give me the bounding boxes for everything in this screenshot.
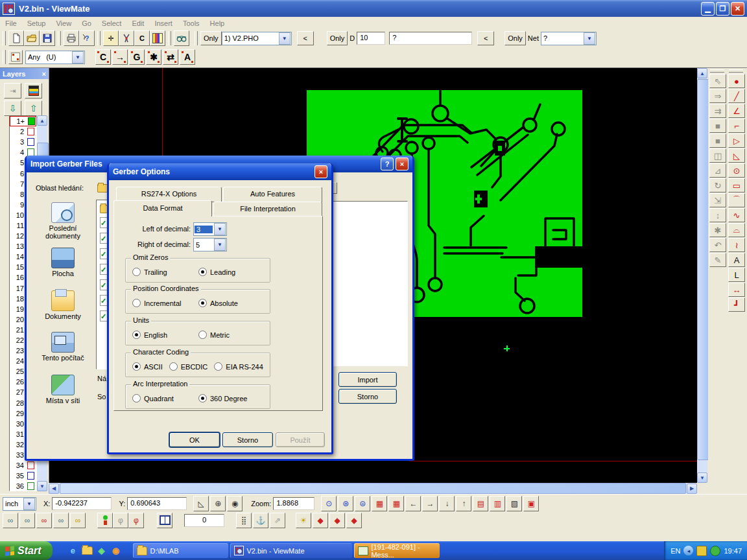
film-colors-button[interactable] — [150, 30, 165, 46]
close-icon[interactable]: × — [396, 158, 409, 170]
ie-icon[interactable]: e — [67, 545, 78, 557]
any-filter-combo[interactable]: Any (U) ▼ — [25, 51, 85, 64]
toolbar-grip[interactable] — [3, 50, 6, 64]
toolbar-grip[interactable] — [195, 31, 198, 45]
layer-row[interactable]: 34 — [10, 460, 36, 471]
firefox-icon[interactable]: ◉ — [110, 545, 121, 557]
scroll-right-icon[interactable]: ▶ — [687, 484, 697, 494]
chord-tool[interactable]: ⌓ — [728, 223, 745, 237]
line-tool[interactable]: ╱ — [728, 89, 745, 103]
toolbar-grip[interactable] — [97, 31, 101, 45]
chevron-down-icon[interactable]: ▼ — [584, 32, 595, 45]
highlight-star-button[interactable]: ✱ — [146, 49, 161, 65]
highlight-arrow-button[interactable]: → — [112, 49, 128, 65]
crosshair-locate-button[interactable]: ✛ — [103, 30, 119, 46]
tab-data-format[interactable]: Data Format — [113, 200, 212, 216]
triangle-tool[interactable]: ◺ — [728, 148, 745, 163]
pad-tool[interactable]: ● — [728, 74, 745, 88]
select-region-button[interactable]: ▣ — [523, 496, 539, 511]
zoom-value-field[interactable]: 1.8868 — [273, 497, 314, 510]
cancel-button[interactable]: Storno — [222, 432, 273, 447]
origin-target-icon[interactable]: ⊕ — [210, 496, 226, 511]
gerber-options-titlebar[interactable]: Gerber Options × — [109, 163, 331, 180]
units-combo[interactable]: inch ▼ — [3, 497, 36, 511]
incremental-radio[interactable] — [132, 299, 141, 307]
language-indicator[interactable]: EN — [670, 547, 680, 555]
lamp-on-icon[interactable]: φ — [128, 513, 144, 528]
select-tool[interactable]: ⇖ — [709, 74, 726, 88]
scroll-down-icon[interactable]: ▼ — [697, 472, 707, 483]
tab-file-interpretation[interactable]: File Interpretation — [213, 202, 322, 216]
close-icon[interactable]: × — [314, 165, 327, 178]
layer-combo[interactable]: 1) V2.PHO ▼ — [222, 32, 292, 45]
highlight-component-button[interactable]: C — [95, 49, 111, 65]
left-of-decimal-combo[interactable]: 3 ▼ — [193, 222, 227, 236]
right-of-decimal-combo[interactable]: 5 ▼ — [193, 238, 227, 251]
menu-item[interactable]: Select — [97, 18, 127, 29]
import-cancel-button[interactable]: Storno — [338, 389, 397, 404]
icq-flower-icon[interactable] — [710, 546, 720, 556]
prev-dcode-button[interactable]: < — [477, 31, 494, 45]
clock[interactable]: 19:47 — [724, 547, 742, 555]
lamp-off-icon[interactable]: φ — [113, 513, 128, 528]
zoom-dcode-button[interactable]: ⊜ — [355, 496, 370, 511]
places-bar-item[interactable]: Místa v síti — [34, 375, 92, 404]
glasses-dots-button[interactable]: ∞ — [3, 513, 18, 528]
angle-icon[interactable]: ◺ — [193, 496, 209, 511]
glasses-measure-button[interactable] — [174, 30, 189, 46]
rectangle-tool[interactable]: ▭ — [728, 178, 745, 192]
menu-item[interactable]: Edit — [126, 18, 149, 29]
mirror-tool[interactable]: ◫ — [709, 148, 726, 163]
scrollbar-thumb[interactable] — [697, 79, 709, 460]
menu-item[interactable]: Go — [77, 18, 97, 29]
dcode-filter-input[interactable]: ? — [389, 32, 472, 45]
layer-swatch[interactable] — [28, 117, 35, 125]
title-bar[interactable]: V2.bin - ViewMate ▁ ❐ ✕ — [0, 0, 747, 17]
layer-row[interactable]: 36 — [10, 481, 36, 491]
restore-button[interactable]: ❐ — [716, 2, 729, 16]
messenger-tray-icon[interactable] — [696, 546, 707, 556]
layers-panel-header[interactable]: Layers × — [0, 68, 49, 79]
layer-swatch[interactable] — [27, 128, 34, 135]
window-grid-button[interactable] — [157, 513, 172, 528]
grid-capture-button[interactable]: ▥ — [490, 496, 505, 511]
canvas-hscrollbar[interactable]: ◀ ▶ — [49, 483, 697, 494]
menu-item[interactable]: Setup — [22, 18, 51, 29]
help-icon[interactable]: ? — [381, 158, 394, 170]
transfer-tool[interactable]: ⇉ — [709, 104, 726, 118]
taper-tool[interactable]: ▷ — [728, 134, 745, 148]
zoom-selection-button[interactable]: ⊛ — [338, 496, 353, 511]
menu-item[interactable]: View — [51, 18, 77, 29]
layer-swatch[interactable] — [27, 461, 34, 469]
layer-row[interactable]: 3 — [10, 137, 36, 147]
scrollbar-thumb[interactable] — [60, 483, 686, 494]
absolute-radio[interactable] — [198, 299, 207, 307]
selection-filter-button[interactable] — [8, 50, 23, 64]
only-layer-button[interactable]: Only — [200, 31, 222, 45]
layer-row[interactable]: 2 — [10, 126, 36, 137]
spline-tool[interactable]: ≀ — [728, 238, 745, 252]
pan-right-button[interactable]: → — [422, 496, 438, 511]
only-dcode-button[interactable]: Only — [327, 31, 348, 45]
ascii-radio[interactable] — [132, 362, 141, 371]
folder-shortcut-icon[interactable] — [81, 545, 93, 557]
ok-button[interactable]: OK — [169, 432, 220, 447]
close-icon[interactable]: × — [42, 70, 46, 78]
taskbar-task-messenger[interactable]: [191-482-091] - Mess... — [354, 543, 440, 558]
fill-pad-tool[interactable]: ■ — [709, 119, 726, 133]
chevron-down-icon[interactable]: ▼ — [214, 223, 226, 235]
highlight-gerber-button[interactable]: G — [129, 49, 145, 65]
only-net-button[interactable]: Only — [504, 31, 526, 45]
move-points-button[interactable]: ⇗ — [270, 513, 285, 528]
taskbar-task-viewmate[interactable]: V2.bin - ViewMate — [230, 543, 352, 558]
places-bar-item[interactable]: Poslední dokumenty — [34, 202, 92, 240]
flip-tool[interactable]: ⊿ — [709, 163, 726, 178]
open-file-button[interactable] — [24, 30, 40, 46]
scale-tool[interactable]: ⇲ — [709, 193, 726, 207]
layer-row[interactable]: 35 — [10, 471, 36, 481]
tab-auto-features[interactable]: Auto Features — [223, 187, 322, 202]
layer-down-button[interactable]: ⇩ — [4, 100, 21, 116]
traffic-light-icon[interactable] — [97, 513, 113, 528]
highlight-aperture-button[interactable]: A — [180, 49, 195, 65]
prev-layer-button[interactable]: < — [297, 31, 314, 45]
